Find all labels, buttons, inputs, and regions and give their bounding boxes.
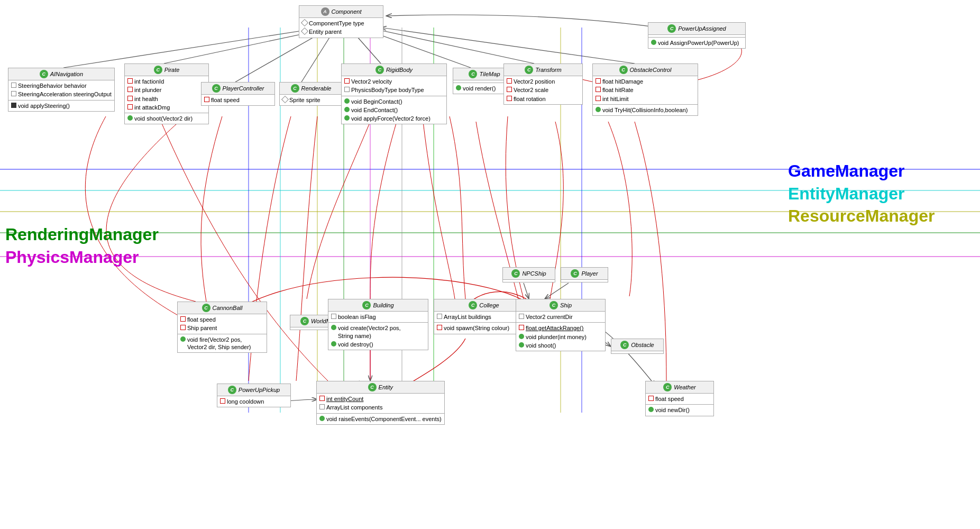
icon-behavior <box>11 83 16 88</box>
class-pirate: C Pirate int factionId int plunder int h… <box>124 63 209 124</box>
class-powerupassigned: C PowerUpAssigned void AssignPowerUp(Pow… <box>648 22 746 49</box>
class-name-ship: Ship <box>560 302 572 308</box>
class-poweruppickup: C PowerUpPickup long cooldown <box>217 384 291 407</box>
class-name-player: Player <box>581 270 598 277</box>
class-transform: C Transform Vector2 position Vector2 sca… <box>503 63 583 105</box>
class-name-pirate: Pirate <box>164 67 180 73</box>
class-name-weather: Weather <box>674 384 695 390</box>
class-name-ainavigation: AINavigation <box>50 71 83 77</box>
class-name-rigidbody: RigidBody <box>386 67 413 73</box>
class-entity: C Entity int entityCount ArrayList compo… <box>316 381 445 425</box>
class-name-cannonball: CannonBall <box>213 305 243 311</box>
field-entity-parent: Entity parent <box>299 28 383 36</box>
class-name-college: College <box>479 302 499 308</box>
class-name-tilemap: TileMap <box>479 71 500 77</box>
class-building: C Building boolean isFlag void create(Ve… <box>328 299 428 350</box>
label-resourcemanager: ResourceManager <box>788 206 935 226</box>
class-name-poweruppickup: PowerUpPickup <box>239 387 280 393</box>
class-name-building: Building <box>373 302 393 308</box>
label-physicsmanager: PhysicsManager <box>5 248 139 267</box>
class-name-npcship: NPCShip <box>522 270 546 277</box>
label-entitymanager: EntityManager <box>788 184 904 204</box>
class-name-powerupassigned: PowerUpAssigned <box>678 25 726 32</box>
svg-line-25 <box>545 283 569 299</box>
class-rigidbody: C RigidBody Vector2 velocity PhysicsBody… <box>341 63 447 124</box>
class-npcship: C NPCShip <box>502 267 555 282</box>
svg-line-24 <box>524 283 529 299</box>
field-componenttype: ComponentType type <box>299 19 383 28</box>
class-component: A Component ComponentType type Entity pa… <box>299 5 383 38</box>
label-gamemanager: GameManager <box>788 161 905 181</box>
class-body-pirate: int factionId int plunder int health int… <box>125 76 208 124</box>
class-renderable: C Renderable Sprite sprite <box>279 82 343 106</box>
field-behavior: SteeringBehavior behavior <box>8 81 114 90</box>
class-name-transform: Transform <box>535 67 561 73</box>
svg-line-8 <box>368 28 534 63</box>
icon-applysteering <box>11 103 16 108</box>
diagram-container: A Component ComponentType type Entity pa… <box>0 0 980 529</box>
method-applysteering: void applySteering() <box>8 102 114 110</box>
class-circle-component: A <box>321 7 329 16</box>
class-name-renderable: Renderable <box>301 85 332 92</box>
icon-diamond-componenttype <box>301 19 308 26</box>
svg-line-3 <box>63 28 323 68</box>
icon-diamond-entityparent <box>301 28 308 35</box>
class-cannonball: C CannonBall float speed Ship parent voi… <box>177 302 267 353</box>
class-name-obstaclecontrol: ObstacleControl <box>630 67 672 73</box>
label-renderingmanager: RenderingManager <box>5 225 159 244</box>
icon-factionid <box>127 78 133 84</box>
class-name-playercontroller: PlayerController <box>223 85 264 92</box>
class-name-obstacle: Obstacle <box>631 342 654 348</box>
class-ship: C Ship Vector2 currentDir float getAttac… <box>516 299 606 351</box>
class-name-component: Component <box>332 8 362 15</box>
class-name-entity: Entity <box>379 384 393 390</box>
class-circle-ainavigation: C <box>40 70 48 78</box>
class-body-component: ComponentType type Entity parent <box>299 18 383 38</box>
svg-line-9 <box>381 28 635 63</box>
field-steeringoutput: SteeringAcceleration steeringOutput <box>8 90 114 98</box>
icon-steeringoutput <box>11 91 16 96</box>
class-obstaclecontrol: C ObstacleControl float hitDamage float … <box>592 63 698 116</box>
class-body-ainavigation: SteeringBehavior behavior SteeringAccele… <box>8 80 114 111</box>
class-weather: C Weather float speed void newDir() <box>645 381 714 416</box>
class-obstacle: C Obstacle <box>611 339 664 354</box>
class-ainavigation: C AINavigation SteeringBehavior behavior… <box>8 68 115 112</box>
class-circle-pirate: C <box>154 66 162 74</box>
class-player: C Player <box>561 267 608 282</box>
class-playercontroller: C PlayerController float speed <box>201 82 275 106</box>
